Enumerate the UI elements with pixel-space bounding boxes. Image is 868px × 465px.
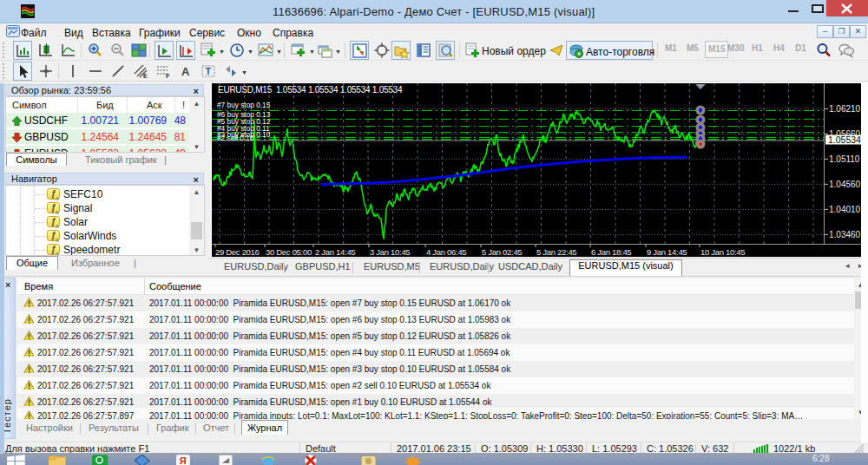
svg-text:30 Dec 05:00: 30 Dec 05:00 — [266, 247, 312, 257]
svg-text:3 Jan 10:45: 3 Jan 10:45 — [370, 247, 410, 257]
svg-text:5 Jan 02:45: 5 Jan 02:45 — [482, 247, 522, 257]
svg-text:T: T — [206, 66, 212, 76]
svg-text:E: E — [143, 73, 148, 79]
svg-text:10 Jan 10:45: 10 Jan 10:45 — [700, 247, 745, 257]
svg-text:Я: Я — [180, 455, 187, 465]
svg-text:6 Jan 18:45: 6 Jan 18:45 — [591, 247, 631, 257]
svg-text:A: A — [181, 65, 190, 78]
svg-text:#2 sell 0.10: #2 sell 0.10 — [217, 134, 254, 142]
svg-text:F: F — [166, 73, 170, 79]
svg-text:29 Dec 2016: 29 Dec 2016 — [215, 247, 260, 257]
svg-text:1.05110: 1.05110 — [829, 154, 860, 164]
svg-text:1.03460: 1.03460 — [829, 230, 861, 239]
svg-text:9 Jan 14:45: 9 Jan 14:45 — [647, 247, 687, 257]
svg-text:5 Jan 22:45: 5 Jan 22:45 — [536, 247, 576, 257]
svg-text:4 Jan 06:45: 4 Jan 06:45 — [426, 247, 466, 257]
svg-text:EURUSD,M15 1.05534 1.05534 1.: EURUSD,M15 1.05534 1.05534 1.05534 1.055… — [218, 85, 403, 95]
svg-text:2 Jan 14:45: 2 Jan 14:45 — [315, 247, 355, 257]
svg-text:1.04560: 1.04560 — [829, 180, 861, 189]
svg-text:#7 buy stop 0.15: #7 buy stop 0.15 — [217, 101, 271, 109]
svg-text:1.04010: 1.04010 — [829, 205, 861, 214]
svg-text:1.06210: 1.06210 — [829, 104, 861, 114]
svg-text:1.05534: 1.05534 — [828, 134, 861, 145]
